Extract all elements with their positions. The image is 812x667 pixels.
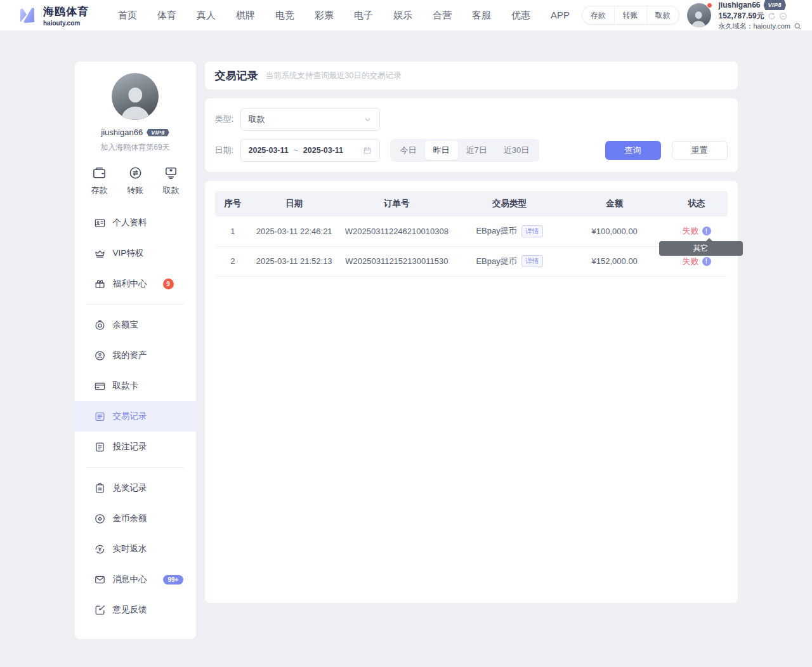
date-range-picker[interactable]: 2025-03-11 ~ 2025-03-11	[240, 139, 380, 162]
transfer-icon	[128, 166, 143, 180]
withdraw-button[interactable]: 取款	[646, 6, 679, 24]
date-start: 2025-03-11	[249, 146, 289, 155]
sidebar-item-feedback[interactable]: 意见反馈	[75, 595, 196, 625]
nav-item-esports[interactable]: 电竞	[265, 0, 304, 30]
bank-card-icon	[94, 380, 106, 392]
username: jiushigan66	[719, 1, 761, 10]
withdraw-action[interactable]: 取款	[163, 166, 180, 196]
sidebar-item-vip[interactable]: VIP特权	[75, 238, 196, 268]
nav-item-home[interactable]: 首页	[108, 0, 147, 30]
transfer-action[interactable]: 转账	[127, 166, 143, 196]
chevron-down-circle-icon[interactable]	[779, 12, 787, 20]
type-select-value: 取款	[249, 114, 265, 125]
crown-icon	[94, 248, 106, 260]
brand-logo[interactable]: 海鸥体育 haiouty.com	[16, 4, 89, 27]
cell-order-no: W202503112246210010308	[337, 216, 455, 246]
profile-vip-badge: VIP8	[147, 129, 169, 136]
type-label: 类型:	[215, 114, 240, 125]
sidebar-item-assets[interactable]: 我的资产	[75, 340, 196, 371]
search-icon[interactable]	[794, 22, 802, 30]
detail-tag[interactable]: 详情	[521, 255, 543, 267]
deposit-button[interactable]: 存款	[582, 6, 614, 24]
bet-records-icon	[94, 441, 106, 453]
sidebar-item-profile[interactable]: 个人资料	[75, 208, 196, 238]
nav-item-lottery[interactable]: 彩票	[304, 0, 344, 30]
date-range-presets: 今日 昨日 近7日 近30日	[390, 139, 540, 162]
assets-icon	[94, 350, 106, 362]
nav-item-app[interactable]: APP	[540, 0, 580, 30]
cell-index: 1	[215, 216, 251, 246]
nav-item-service[interactable]: 客服	[462, 0, 501, 30]
avatar[interactable]	[687, 3, 711, 27]
header-amount: 金额	[563, 191, 666, 216]
sidebar-item-transactions[interactable]: 交易记录	[75, 401, 196, 432]
profile-username: jiushigan66	[101, 128, 143, 137]
range-yesterday[interactable]: 昨日	[425, 141, 458, 160]
status-info-icon[interactable]: !	[702, 257, 711, 266]
feedback-icon	[94, 604, 106, 616]
range-7days[interactable]: 近7日	[458, 141, 495, 160]
vip-badge: VIP8	[764, 0, 787, 10]
transaction-records-icon	[94, 411, 106, 423]
nav-item-entertainment[interactable]: 娱乐	[383, 0, 422, 30]
sidebar-item-withdraw-card[interactable]: 取款卡	[75, 371, 196, 401]
nav-item-chess[interactable]: 棋牌	[226, 0, 265, 30]
range-today[interactable]: 今日	[392, 141, 425, 160]
sidebar-item-messages[interactable]: 消息中心 99+	[75, 564, 196, 595]
cell-date: 2025-03-11 22:46:21	[251, 216, 337, 246]
nav-item-slots[interactable]: 电子	[344, 0, 383, 30]
page-subtitle: 当前系统支持查询最近30日的交易记录	[266, 70, 402, 81]
cell-type: EBpay提币 详情	[455, 246, 563, 276]
chevron-down-icon	[363, 116, 372, 124]
page-title: 交易记录	[215, 69, 258, 83]
main-nav: 首页 体育 真人 棋牌 电竞 彩票 电子 娱乐 合营 客服 优惠 APP	[108, 0, 580, 30]
type-select[interactable]: 取款	[240, 108, 380, 131]
nav-item-sports[interactable]: 体育	[147, 0, 187, 30]
header-type: 交易类型	[455, 191, 563, 216]
transfer-button[interactable]: 转账	[614, 6, 646, 24]
transactions-table-card: 序号 日期 订单号 交易类型 金额 状态 1 2025-03-11 22:46:…	[205, 181, 738, 603]
header-index: 序号	[215, 191, 251, 216]
table-row: 2 2025-03-11 21:52:13 W20250311215213001…	[215, 246, 728, 276]
profile-avatar[interactable]	[112, 73, 159, 120]
sidebar-divider	[86, 467, 185, 468]
sidebar-item-rebate[interactable]: 实时返水	[75, 534, 196, 564]
cell-date: 2025-03-11 21:52:13	[251, 246, 337, 276]
sidebar-item-yuebao[interactable]: 余额宝	[75, 310, 196, 340]
sidebar-item-redeem-records[interactable]: 兑奖记录	[75, 473, 196, 503]
balance: 152,787.59元	[719, 11, 764, 20]
sidebar-item-welfare[interactable]: 福利中心 9	[75, 268, 196, 299]
header-status: 状态	[666, 191, 728, 216]
nav-item-promo[interactable]: 优惠	[501, 0, 540, 30]
reset-button[interactable]: 重置	[672, 141, 728, 160]
top-navbar: 海鸥体育 haiouty.com 首页 体育 真人 棋牌 电竞 彩票 电子 娱乐…	[0, 0, 812, 30]
calendar-icon	[363, 146, 372, 155]
detail-tag[interactable]: 详情	[521, 225, 543, 237]
date-label: 日期:	[215, 145, 240, 156]
nav-item-partner[interactable]: 合营	[422, 0, 462, 30]
refresh-balance-icon[interactable]	[768, 12, 776, 20]
messages-badge: 99+	[163, 575, 184, 584]
date-end: 2025-03-11	[303, 146, 343, 155]
sidebar-item-bet-records[interactable]: 投注记录	[75, 432, 196, 462]
search-button[interactable]: 查询	[605, 141, 661, 160]
cell-index: 2	[215, 246, 251, 276]
table-row: 1 2025-03-11 22:46:21 W20250311224621001…	[215, 216, 728, 246]
cell-order-no: W202503112152130011530	[337, 246, 455, 276]
sidebar-item-coin-balance[interactable]: 金币余额	[75, 503, 196, 534]
welfare-badge: 9	[163, 279, 174, 289]
coin-icon	[94, 513, 106, 525]
rebate-icon	[94, 543, 106, 555]
brand-domain: haiouty.com	[43, 20, 89, 27]
cell-amount: ¥152,000.00	[563, 246, 666, 276]
status-info-icon[interactable]: !	[702, 227, 711, 235]
safe-icon	[94, 319, 106, 331]
notification-dot	[707, 3, 712, 8]
brand-name: 海鸥体育	[43, 4, 89, 19]
transactions-table: 序号 日期 订单号 交易类型 金额 状态 1 2025-03-11 22:46:…	[215, 191, 728, 277]
nav-item-live[interactable]: 真人	[187, 0, 226, 30]
withdraw-icon	[164, 166, 178, 180]
range-30days[interactable]: 近30日	[495, 141, 537, 160]
header-order-no: 订单号	[337, 191, 455, 216]
deposit-action[interactable]: 存款	[91, 166, 108, 196]
